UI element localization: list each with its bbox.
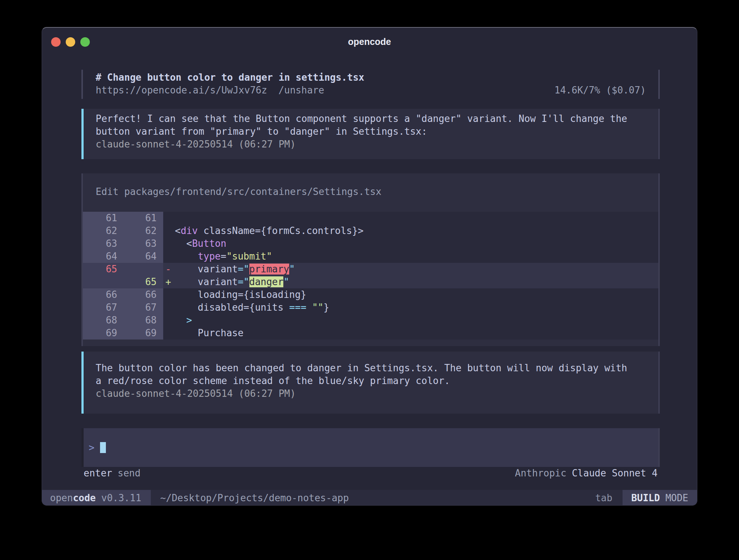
- code-token: "submit": [226, 251, 272, 262]
- diff-old-line-number: [83, 276, 122, 288]
- diff-row: 6666 loading={isLoading}: [83, 288, 658, 301]
- code-token: className={formCs.controls}>: [198, 225, 364, 236]
- code-token: =": [238, 276, 249, 287]
- diff-row: 6767 disabled={units === ""}: [83, 301, 658, 314]
- code-token: =: [221, 251, 226, 262]
- model-indicator: AnthropicClaude Sonnet 4: [515, 467, 658, 480]
- assistant-message: The button color has been changed to dan…: [81, 352, 660, 414]
- message-text-line: The button color has been changed to dan…: [96, 362, 658, 375]
- mode-label-bold: BUILD: [631, 492, 660, 503]
- diff-change-marker: -: [163, 263, 175, 276]
- diff-new-line-number: 68: [122, 314, 163, 327]
- code-token: <: [175, 238, 192, 249]
- diff-new-line-number: [122, 263, 163, 276]
- diff-old-line-number: 63: [83, 237, 122, 250]
- diff-row: 65- variant="primary": [83, 263, 658, 276]
- keybind-hint: entersend: [84, 467, 141, 480]
- diff-change-marker: [163, 250, 175, 263]
- edit-tool-title: Edit packages/frontend/src/containers/Se…: [96, 185, 658, 198]
- diff-old-line-number: 64: [83, 250, 122, 263]
- diff-change-marker: [163, 301, 175, 314]
- unshare-command[interactable]: /unshare: [279, 85, 324, 96]
- titlebar: opencode: [42, 28, 697, 50]
- code-token: variant: [175, 276, 238, 287]
- code-token: type: [198, 251, 221, 262]
- diff-old-line-number: 67: [83, 301, 122, 314]
- prompt-symbol: >: [89, 442, 95, 453]
- app-version: v0.3.11: [101, 492, 141, 503]
- app-name-bold: code: [73, 492, 96, 503]
- diff-code-line: loading={isLoading}: [175, 288, 658, 301]
- diff-code-line: Purchase: [175, 327, 658, 340]
- keybind-key: enter: [84, 468, 112, 479]
- diff-row: 6464 type="submit": [83, 250, 658, 263]
- code-token: ": [289, 264, 295, 275]
- model-name: Claude Sonnet 4: [572, 468, 658, 479]
- diff-new-line-number: 61: [122, 212, 163, 225]
- code-token: disabled={units: [175, 302, 289, 313]
- window-title: opencode: [42, 37, 697, 47]
- session-header: # Change button color to danger in setti…: [81, 70, 660, 99]
- message-model-meta: claude-sonnet-4-20250514 (06:27 PM): [96, 387, 658, 400]
- code-token: primary: [249, 264, 290, 275]
- help-bar: entersend AnthropicClaude Sonnet 4: [84, 467, 658, 480]
- diff-code-line: type="submit": [175, 250, 658, 263]
- code-token: variant: [175, 264, 238, 275]
- diff-change-marker: [163, 225, 175, 237]
- diff-new-line-number: 64: [122, 250, 163, 263]
- diff-change-marker: [163, 212, 175, 225]
- app-version-chip: opencodev0.3.11: [42, 490, 151, 506]
- diff-new-line-number: 67: [122, 301, 163, 314]
- diff-code-line: variant="primary": [175, 263, 658, 276]
- diff-change-marker: [163, 288, 175, 301]
- diff-code-line: disabled={units === ""}: [175, 301, 658, 314]
- diff-row: 6363 <Button: [83, 237, 658, 250]
- diff-new-line-number: 65: [122, 276, 163, 288]
- code-token: danger: [249, 276, 284, 287]
- assistant-message: Perfect! I can see that the Button compo…: [81, 109, 660, 159]
- code-token: Button: [192, 238, 226, 249]
- opencode-window: opencode # Change button color to danger…: [42, 27, 697, 506]
- diff-row: 65+ variant="danger": [83, 276, 658, 288]
- diff-code-line: <Button: [175, 237, 658, 250]
- code-token: "": [312, 302, 323, 313]
- diff-old-line-number: 66: [83, 288, 122, 301]
- share-url-link[interactable]: https://opencode.ai/s/UwJxv76z: [96, 85, 267, 96]
- diff-code-line: >: [175, 314, 658, 327]
- edit-tool-card: Edit packages/frontend/src/containers/Se…: [81, 173, 660, 346]
- diff-change-marker: +: [163, 276, 175, 288]
- diff-row: 6161: [83, 212, 658, 225]
- text-cursor: [100, 442, 106, 453]
- diff-old-line-number: 69: [83, 327, 122, 340]
- code-token: =": [238, 264, 249, 275]
- working-directory: ~/Desktop/Projects/demo-notes-app: [160, 492, 349, 503]
- diff-old-line-number: 65: [83, 263, 122, 276]
- diff-new-line-number: 62: [122, 225, 163, 237]
- code-token: div: [181, 225, 198, 236]
- diff-old-line-number: 68: [83, 314, 122, 327]
- keybind-action: send: [118, 468, 141, 479]
- diff-view: 61616262<div className={formCs.controls}…: [83, 212, 658, 340]
- code-token: [306, 302, 312, 313]
- status-bar: opencodev0.3.11 ~/Desktop/Projects/demo-…: [42, 490, 697, 506]
- mode-chip[interactable]: BUILDMODE: [623, 490, 697, 506]
- mode-switch-key[interactable]: tab: [595, 492, 612, 503]
- message-text-line: Perfect! I can see that the Button compo…: [96, 112, 658, 125]
- prompt-input[interactable]: >: [81, 428, 660, 467]
- diff-row: 6969 Purchase: [83, 327, 658, 340]
- diff-change-marker: [163, 314, 175, 327]
- code-token: ": [283, 276, 289, 287]
- diff-row: 6262<div className={formCs.controls}>: [83, 225, 658, 237]
- message-model-meta: claude-sonnet-4-20250514 (06:27 PM): [96, 138, 658, 151]
- code-token: [175, 251, 198, 262]
- code-token: Purchase: [175, 327, 244, 338]
- diff-change-marker: [163, 237, 175, 250]
- code-token: <: [175, 225, 181, 236]
- diff-old-line-number: 61: [83, 212, 122, 225]
- message-text-line: button variant from "primary" to "danger…: [96, 125, 658, 138]
- diff-row: 6868 >: [83, 314, 658, 327]
- diff-code-line: <div className={formCs.controls}>: [175, 225, 658, 237]
- diff-old-line-number: 62: [83, 225, 122, 237]
- mode-label-rest: MODE: [665, 492, 688, 503]
- model-provider: Anthropic: [515, 468, 566, 479]
